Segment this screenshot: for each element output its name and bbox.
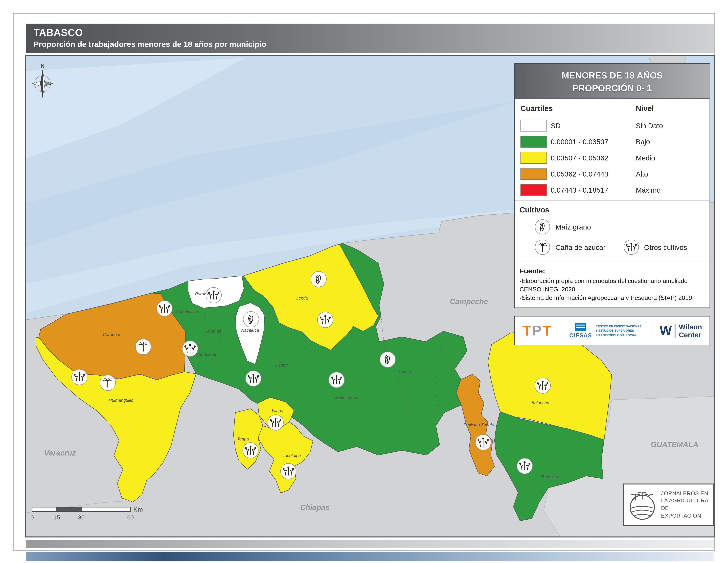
sugarcane-icon bbox=[136, 339, 151, 355]
range-label: 0.07443 - 0.18517 bbox=[551, 186, 636, 194]
legend-panel: MENORES DE 18 AÑOS PROPORCIÓN 0- 1 Cuart… bbox=[514, 63, 710, 308]
municipality-label: Jalapa bbox=[271, 408, 283, 413]
fuente-line: -Elaboración propia con microdatos del c… bbox=[520, 277, 705, 285]
scale-unit: Km bbox=[133, 506, 143, 513]
other-crops-icon bbox=[281, 464, 296, 479]
jornaleros-line: LA AGRICULTURA bbox=[661, 497, 710, 505]
ciesas-line: EN ANTROPOLOGÍA SOCIAL bbox=[596, 333, 641, 338]
jornaleros-emblem-icon bbox=[627, 488, 658, 522]
corn-icon bbox=[243, 312, 259, 327]
range-label: 0.03507 - 0.05362 bbox=[551, 153, 636, 162]
cultivo-label: Otros cultivos bbox=[644, 243, 687, 251]
other-crops-icon bbox=[72, 369, 87, 385]
jornaleros-line: DE EXPORTACIÓN bbox=[661, 505, 710, 520]
other-crops-icon bbox=[182, 341, 198, 357]
jornaleros-line: JORNALEROS EN bbox=[661, 490, 710, 497]
ciesas-line: Y ESTUDIOS SUPERIORES bbox=[596, 329, 641, 333]
footer-gray-strip bbox=[26, 540, 714, 548]
corn-icon bbox=[380, 352, 395, 367]
swatch-medio bbox=[521, 152, 547, 163]
range-label: 0.05362 - 0.07443 bbox=[551, 169, 636, 178]
state-label-campeche: Campeche bbox=[450, 298, 488, 306]
state-label-veracruz: Veracruz bbox=[44, 449, 76, 457]
ciesas-emblem-icon bbox=[575, 323, 586, 331]
page: TABASCO Proporción de trabajadores menor… bbox=[0, 0, 728, 563]
wilson-mark-icon: W bbox=[660, 324, 676, 338]
footer-blue-strip bbox=[26, 552, 714, 561]
level-label: Máximo bbox=[636, 186, 704, 194]
legend-fuente: Fuente: -Elaboración propia con microdat… bbox=[515, 261, 709, 307]
sugarcane-icon bbox=[100, 375, 115, 391]
cultivo-item-maiz: Maíz grano bbox=[520, 219, 623, 234]
cultivos-header: Cultivos bbox=[520, 206, 705, 214]
other-crops-icon bbox=[268, 415, 283, 430]
other-crops-icon bbox=[157, 301, 172, 316]
cultivo-label: Maíz grano bbox=[555, 223, 591, 231]
municipality-label: Jalpa de bbox=[205, 329, 221, 334]
state-label-guatemala: GUATEMALA bbox=[651, 440, 699, 449]
scale-tick: 15 bbox=[53, 514, 60, 521]
legend-title-line1: MENORES DE 18 AÑOS bbox=[515, 70, 709, 82]
municipality-label: Paraíso bbox=[195, 292, 210, 296]
other-crops-icon bbox=[517, 458, 532, 474]
other-crops-icon bbox=[623, 239, 639, 255]
other-crops-icon bbox=[246, 371, 261, 386]
title-bar: TABASCO Proporción de trabajadores menor… bbox=[26, 24, 714, 53]
wilson-line: Wilson bbox=[679, 323, 702, 331]
level-label: Sin Dato bbox=[636, 121, 704, 129]
logos-panel: T P T CIESAS CENTRO DE INVESTIGACIONES Y… bbox=[514, 316, 710, 346]
swatch-sd bbox=[521, 119, 547, 131]
municipality-label: Cárdenas bbox=[103, 332, 121, 337]
cultivo-item-cana: Caña de azucar bbox=[520, 239, 623, 255]
municipality-label: Jonuta bbox=[398, 370, 411, 374]
fuente-line: -Sistema de Información Agropecuaria y P… bbox=[520, 294, 705, 303]
swatch-alto bbox=[521, 168, 547, 179]
municipality-label: Comalcalco bbox=[176, 309, 198, 314]
level-label: Medio bbox=[636, 153, 704, 162]
municipality-label: Macuspana bbox=[335, 396, 357, 400]
legend-row: 0.03507 - 0.05362 Medio bbox=[521, 149, 704, 165]
range-label: 0.00001 - 0.03507 bbox=[551, 137, 636, 145]
municipality-label: Nacajuca bbox=[241, 328, 259, 333]
level-label: Bajo bbox=[636, 137, 704, 145]
legend-row: SD Sin Dato bbox=[521, 117, 704, 133]
municipality-label: Tenosique bbox=[541, 475, 561, 479]
municipality-label: Cunduacán bbox=[196, 352, 217, 357]
ciesas-logo: CIESAS CENTRO DE INVESTIGACIONES Y ESTUD… bbox=[569, 323, 641, 339]
legend-row: 0.07443 - 0.18517 Máximo bbox=[521, 182, 704, 198]
swatch-maximo bbox=[521, 184, 547, 195]
tpt-letter: T bbox=[542, 324, 551, 338]
map-subtitle: Proporción de trabajadores menores de 18… bbox=[34, 40, 714, 49]
other-crops-icon bbox=[535, 378, 550, 393]
legend-cultivos: Cultivos Maíz grano Caña de azucar Otros… bbox=[515, 200, 709, 261]
tpt-logo: T P T bbox=[522, 324, 551, 338]
nivel-header: Nivel bbox=[636, 104, 704, 113]
scale-tick: 60 bbox=[127, 514, 134, 521]
legend-classes: Cuartiles Nivel SD Sin Dato 0.00001 - 0.… bbox=[515, 99, 709, 200]
municipality-label: Centro bbox=[275, 363, 288, 368]
legend-row: 0.00001 - 0.03507 Bajo bbox=[521, 133, 704, 149]
other-crops-icon bbox=[475, 435, 491, 450]
swatch-bajo bbox=[521, 136, 547, 147]
tpt-letter: T bbox=[522, 324, 531, 338]
ciesas-line: CENTRO DE INVESTIGACIONES bbox=[596, 324, 641, 329]
wilson-center-logo: W Wilson Center bbox=[660, 323, 702, 339]
municipality-label: Tacotalpa bbox=[283, 453, 301, 458]
municipality-label: Teapa bbox=[237, 437, 249, 441]
scale-tick: 30 bbox=[78, 514, 85, 521]
other-crops-icon bbox=[318, 312, 333, 328]
cultivo-item-otros: Otros cultivos bbox=[623, 239, 705, 255]
north-label: N bbox=[41, 63, 45, 69]
range-label: SD bbox=[551, 121, 636, 129]
fuente-header: Fuente: bbox=[520, 266, 705, 276]
corn-icon bbox=[535, 219, 550, 234]
municipality-label: Balancán bbox=[531, 400, 549, 405]
jornaleros-logo-box: JORNALEROS EN LA AGRICULTURA DE EXPORTAC… bbox=[623, 484, 714, 526]
state-label-chiapas: Chiapas bbox=[300, 503, 330, 512]
municipality-label: Huimanguillo bbox=[109, 398, 133, 403]
tpt-letter: P bbox=[532, 324, 541, 338]
other-crops-icon bbox=[243, 443, 258, 458]
scale-tick: 0 bbox=[30, 514, 34, 521]
sugarcane-icon bbox=[535, 239, 550, 255]
cuartiles-header: Cuartiles bbox=[521, 104, 636, 113]
